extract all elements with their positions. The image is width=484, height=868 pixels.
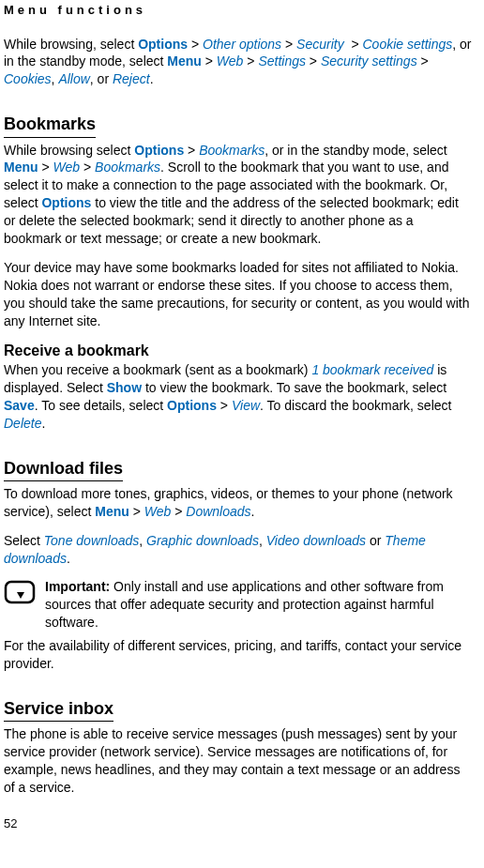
separator: > [306,53,321,69]
web-label: Web [53,160,81,175]
svg-marker-1 [17,592,24,599]
separator: > [184,143,199,158]
separator: > [80,160,95,175]
separator: > [417,53,429,69]
text: . [251,504,255,519]
separator: > [188,37,203,52]
tone-downloads-label: Tone downloads [44,533,139,548]
security-settings-label: Security settings [321,53,417,69]
text: . [41,416,45,431]
download-paragraph-2: Select Tone downloads, Graphic downloads… [4,532,473,568]
bookmarks-paragraph-2: Your device may have some bookmarks load… [4,259,473,330]
text: , or in the standby mode, select [265,143,447,158]
menu-label: Menu [4,160,38,175]
separator: > [344,37,363,52]
text: . [150,71,154,86]
separator: > [129,504,144,519]
download-files-heading: Download files [4,457,123,481]
downloads-label: Downloads [186,504,250,519]
important-text: Important: Only install and use applicat… [45,578,473,632]
text: . To see details, select [35,398,167,413]
options-label: Options [138,37,188,52]
bookmarks-paragraph-1: While browsing select Options > Bookmark… [4,142,473,248]
receive-paragraph: When you receive a bookmark (sent as a b… [4,361,473,433]
text: or [366,533,385,548]
page-number: 52 [4,815,473,832]
text: . To discard the bookmark, select [260,398,451,413]
other-options-label: Other options [203,37,281,52]
text: Select [4,533,44,548]
text: When you receive a bookmark (sent as a b… [4,362,311,377]
web-label: Web [217,53,244,69]
service-inbox-heading: Service inbox [4,697,113,722]
cookies-label: Cookies [4,71,52,86]
text: , [259,533,266,548]
bookmarks-heading: Bookmarks [4,113,96,137]
download-paragraph-1: To download more tones, graphics, videos… [4,485,473,521]
intro-paragraph: While browsing, select Options > Other o… [4,36,473,89]
text: , or [90,71,113,86]
graphic-downloads-label: Graphic downloads [146,533,259,548]
separator: > [38,160,53,175]
received-label: 1 bookmark received [311,362,433,377]
options-label: Options [41,195,91,210]
text: to view the bookmark. To save the bookma… [142,380,446,395]
text: . [67,551,70,566]
separator: > [202,53,217,69]
bookmarks-label: Bookmarks [199,143,265,158]
reject-label: Reject [113,71,150,86]
menu-label: Menu [95,504,129,519]
allow-label: Allow [58,71,89,86]
download-paragraph-3: For the availability of different servic… [4,637,473,673]
bookmarks-label: Bookmarks [95,160,160,175]
delete-label: Delete [4,416,41,431]
page-header: Menu functions [4,2,473,19]
web-label: Web [144,504,172,519]
save-label: Save [4,398,35,413]
text: While browsing select [4,143,134,158]
inbox-paragraph: The phone is able to receive service mes… [4,725,473,797]
important-icon [4,580,36,613]
video-downloads-label: Video downloads [266,533,366,548]
show-label: Show [107,380,142,395]
text: , [139,533,146,548]
text: While browsing, select [4,37,138,52]
view-label: View [232,398,260,413]
separator: > [171,504,186,519]
important-label: Important: [45,579,110,594]
important-note: Important: Only install and use applicat… [4,578,473,632]
options-label: Options [134,143,184,158]
separator: > [243,53,258,69]
settings-label: Settings [258,53,306,69]
menu-label: Menu [167,53,202,69]
cookie-settings-label: Cookie settings [363,37,453,52]
receive-bookmark-heading: Receive a bookmark [4,341,473,361]
separator: > [281,37,296,52]
separator: > [217,398,232,413]
security-label: Security [296,37,344,52]
options-label: Options [167,398,217,413]
